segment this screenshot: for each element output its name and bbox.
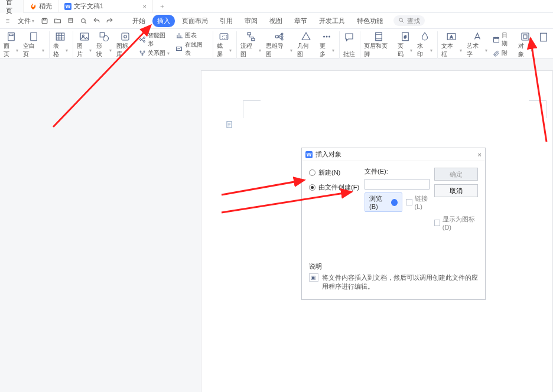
rbtn-flowchart[interactable]: 流程图▾ xyxy=(236,31,264,58)
rbtn-chart[interactable]: 图表 xyxy=(175,31,208,40)
redo-icon[interactable] xyxy=(105,16,114,25)
rbtn-onlinechart[interactable]: 在线图表 xyxy=(175,41,208,57)
svg-point-27 xyxy=(281,33,283,35)
rbtn-image[interactable]: 图片▾ xyxy=(73,31,94,58)
tabstrip: 首页 稻壳 W 文字文稿1 × ＋ xyxy=(0,0,553,13)
svg-point-28 xyxy=(281,36,283,38)
mtab-refer[interactable]: 引用 xyxy=(215,15,238,27)
tab-daoke[interactable]: 稻壳 xyxy=(24,0,58,13)
mtab-chapter[interactable]: 章节 xyxy=(289,15,312,27)
page-outline-icon[interactable] xyxy=(225,120,233,129)
file-menu[interactable]: 文件▾ xyxy=(15,17,37,25)
save-icon[interactable] xyxy=(40,16,49,25)
rbtn-relation[interactable]: 关系图▾ xyxy=(138,49,171,57)
rbtn-shape[interactable]: 形状▾ xyxy=(94,31,113,58)
undo-icon[interactable] xyxy=(92,16,101,25)
svg-point-20 xyxy=(142,54,143,55)
search-box[interactable]: 查找 xyxy=(393,15,425,26)
svg-rect-25 xyxy=(252,38,255,41)
pagenum-icon: # xyxy=(399,31,411,42)
tab-daoke-label: 稻壳 xyxy=(39,2,52,11)
menu-icon[interactable]: ≡ xyxy=(3,16,12,25)
rbtn-blank[interactable]: 空白页▾ xyxy=(21,31,46,58)
dialog-titlebar[interactable]: W 插入对象 × xyxy=(302,148,485,161)
preview-icon[interactable] xyxy=(79,16,88,25)
rbtn-more[interactable]: 更多▾ xyxy=(317,31,337,58)
link-checkbox[interactable]: 链接(L) xyxy=(406,194,434,210)
svg-rect-13 xyxy=(122,33,129,40)
relation-icon xyxy=(138,50,146,57)
rbtn-mindmap[interactable]: 思维导图▾ xyxy=(264,31,295,58)
shape-icon xyxy=(98,31,110,42)
showicon-checkbox[interactable]: 显示为图标(D) xyxy=(434,215,478,231)
rgroup-datefile: 日期 附 xyxy=(490,31,515,57)
rbtn-comment[interactable]: 批注 xyxy=(339,31,357,58)
close-icon[interactable]: × xyxy=(143,3,147,10)
file-input[interactable] xyxy=(365,179,430,190)
browse-dot-icon xyxy=(391,199,398,206)
mtab-devtools[interactable]: 开发工具 xyxy=(314,15,350,27)
ribbon: 面页▾ 空白页▾ 表格▾ 图片▾ 形状▾ 图标库 智能图形 关系图▾ 图表 在线… xyxy=(0,29,553,58)
rbtn-extra[interactable] xyxy=(535,31,552,58)
rbtn-textbox[interactable]: A 文本框▾ xyxy=(437,31,464,58)
svg-rect-38 xyxy=(493,38,499,43)
cancel-button[interactable]: 取消 xyxy=(434,184,478,197)
margin-corner-tl xyxy=(243,100,261,118)
print-icon[interactable] xyxy=(66,16,75,25)
more-icon xyxy=(321,31,333,42)
extra-icon xyxy=(538,31,549,43)
rbtn-cover[interactable]: 面页▾ xyxy=(1,31,21,58)
svg-point-16 xyxy=(143,37,145,39)
svg-point-17 xyxy=(143,41,145,43)
rgroup-charts: 智能图形 关系图▾ xyxy=(136,31,173,57)
rbtn-smartshape[interactable]: 智能图形 xyxy=(138,31,171,48)
iconlib-icon xyxy=(119,31,131,42)
rbtn-date[interactable]: 日期 xyxy=(492,31,513,48)
mtab-start[interactable]: 开始 xyxy=(128,15,150,27)
svg-rect-23 xyxy=(223,35,227,38)
explain-text: 将文件内容插入到文档，然后可以调用创建此文件的应用程序进行编辑。 xyxy=(322,273,478,291)
mtab-layout[interactable]: 页面布局 xyxy=(177,15,213,27)
svg-rect-9 xyxy=(80,33,89,40)
rbtn-object[interactable]: 对象▾ xyxy=(516,31,535,58)
tab-document[interactable]: W 文字文稿1 × xyxy=(58,0,153,13)
explain-icon: ▣ xyxy=(309,273,318,282)
comment-icon xyxy=(343,31,355,43)
mtab-features[interactable]: 特色功能 xyxy=(352,15,388,27)
chart-icon xyxy=(175,32,183,40)
open-icon[interactable] xyxy=(53,16,62,25)
menubar: ≡ 文件▾ 开始 插入 页面布局 引用 审阅 视图 章节 开发工具 特色功能 查… xyxy=(0,13,553,29)
close-icon[interactable]: × xyxy=(478,151,482,158)
radio-fromfile[interactable]: 由文件创建(F) xyxy=(309,183,365,192)
svg-rect-2 xyxy=(69,19,73,22)
mtab-review[interactable]: 审阅 xyxy=(240,15,262,27)
add-tab-button[interactable]: ＋ xyxy=(153,2,171,11)
search-icon xyxy=(398,17,405,25)
svg-point-4 xyxy=(399,18,403,21)
rbtn-watermark[interactable]: 水印▾ xyxy=(415,31,434,58)
rbtn-table[interactable]: 表格▾ xyxy=(49,31,70,58)
rbtn-screenshot[interactable]: 截屏▾ xyxy=(213,31,234,58)
insert-object-dialog: W 插入对象 × 新建(N) 由文件创建(F) 文件(E): 浏览(B) 链接(… xyxy=(301,148,486,300)
mtab-view[interactable]: 视图 xyxy=(265,15,287,27)
tab-home[interactable]: 首页 xyxy=(0,0,24,13)
rbtn-wordart[interactable]: 艺术字▾ xyxy=(464,31,490,58)
headerfooter-icon xyxy=(373,31,385,42)
svg-point-30 xyxy=(323,36,325,38)
geometry-icon xyxy=(300,31,312,42)
radio-new[interactable]: 新建(N) xyxy=(309,168,365,177)
rbtn-file[interactable]: 附 xyxy=(492,49,513,57)
rbtn-headerfooter[interactable]: 页眉和页脚 xyxy=(360,31,395,58)
tab-document-label: 文字文稿1 xyxy=(74,2,103,11)
mtab-insert[interactable]: 插入 xyxy=(152,15,175,27)
rbtn-iconlib[interactable]: 图标库 xyxy=(114,31,136,58)
svg-rect-8 xyxy=(57,33,65,40)
ok-button[interactable]: 确定 xyxy=(434,168,478,181)
rbtn-geometry[interactable]: 几何图 xyxy=(295,31,317,58)
rbtn-pagenum[interactable]: # 页码▾ xyxy=(395,31,415,58)
svg-point-19 xyxy=(144,51,145,52)
browse-button[interactable]: 浏览(B) xyxy=(365,192,402,212)
menu-tabs: 开始 插入 页面布局 引用 审阅 视图 章节 开发工具 特色功能 xyxy=(128,13,388,28)
watermark-icon xyxy=(419,31,431,42)
radio-on-icon xyxy=(309,184,315,191)
